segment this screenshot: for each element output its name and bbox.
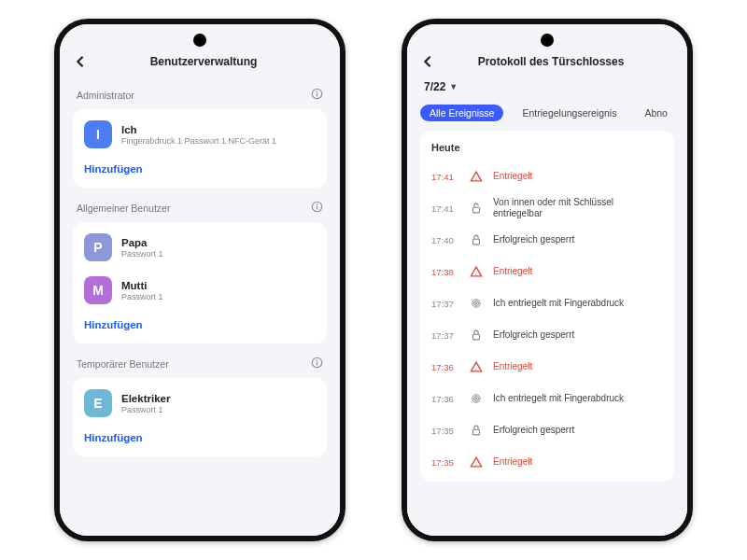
user-sub: Passwort 1 [121, 292, 163, 301]
log-text: Entriegelt [493, 456, 532, 468]
svg-rect-1 [317, 93, 317, 97]
unlock-icon [469, 202, 484, 215]
info-icon[interactable] [311, 357, 323, 371]
user-sub: Passwort 1 [121, 405, 170, 414]
stage: Benutzerverwaltung Administrator I Ich F… [0, 0, 747, 560]
chip-abnormal[interactable]: Abno [635, 105, 677, 121]
user-info: Ich Fingerabdruck 1 Passwort 1 NFC-Gerät… [121, 124, 276, 146]
svg-rect-4 [317, 206, 317, 210]
log-text: Erfolgreich gesperrt [493, 425, 574, 436]
warn-icon [469, 455, 484, 469]
finger-icon [469, 297, 484, 310]
svg-point-2 [317, 91, 317, 91]
log-text: Entriegelt [493, 361, 532, 372]
page-title: Benutzerverwaltung [80, 55, 327, 68]
log-row[interactable]: 17:40 Erfolgreich gesperrt [431, 224, 663, 256]
user-row[interactable]: I Ich Fingerabdruck 1 Passwort 1 NFC-Ger… [73, 113, 327, 156]
date-picker[interactable]: 7/22 ▼ [407, 77, 687, 101]
log-row[interactable]: 17:41 Von innen oder mit Schlüssel entri… [431, 192, 663, 224]
chip-unlock-events[interactable]: Entriegelungsereignis [513, 105, 626, 121]
svg-point-17 [475, 302, 477, 304]
log-time: 17:41 [431, 203, 459, 214]
section-label-text: Allgemeiner Benutzer [77, 203, 170, 214]
section-label-text: Temporärer Benutzer [77, 358, 169, 370]
svg-point-26 [475, 465, 476, 466]
svg-point-8 [317, 359, 317, 360]
info-icon[interactable] [311, 201, 323, 215]
svg-point-20 [475, 370, 476, 371]
svg-point-22 [474, 397, 479, 401]
user-row[interactable]: M Mutti Passwort 1 [73, 269, 327, 312]
avatar: E [84, 389, 112, 417]
log-row[interactable]: 17:35 Entriegelt [431, 446, 663, 478]
app-header: Protokoll des Türschlosses [407, 50, 687, 77]
log-card: Heute 17:41 Entriegelt17:41 Von innen od… [420, 131, 674, 482]
log-text: Erfolgreich gesperrt [493, 234, 574, 245]
app-header: Benutzerverwaltung [60, 50, 340, 77]
date-value: 7/22 [424, 80, 445, 93]
camera-notch [193, 34, 206, 47]
log-time: 17:38 [431, 267, 459, 277]
log-time: 17:36 [431, 362, 459, 372]
log-row[interactable]: 17:36 Entriegelt [431, 351, 663, 383]
svg-rect-11 [473, 207, 480, 213]
user-row[interactable]: P Papa Passwort 1 [73, 226, 327, 269]
user-info: Mutti Passwort 1 [121, 280, 163, 301]
svg-point-16 [474, 301, 479, 306]
warn-icon [469, 170, 484, 183]
camera-notch [541, 34, 554, 47]
log-row[interactable]: 17:35 Erfolgreich gesperrt [431, 414, 663, 446]
avatar: P [84, 233, 112, 261]
user-row[interactable]: E Elektriker Passwort 1 [73, 382, 327, 425]
svg-rect-12 [473, 239, 480, 245]
user-name: Elektriker [121, 393, 170, 404]
screen: Protokoll des Türschlosses 7/22 ▼ Alle E… [407, 24, 687, 536]
section-label-admin: Administrator [60, 77, 340, 107]
log-row[interactable]: 17:36 Ich entriegelt mit Fingerabdruck [431, 383, 663, 414]
svg-point-5 [317, 203, 317, 204]
add-user-button[interactable]: Hinzufügen [73, 156, 327, 184]
info-icon[interactable] [311, 88, 323, 102]
section-label-general: Allgemeiner Benutzer [60, 189, 340, 220]
finger-icon [469, 392, 484, 405]
log-rows: 17:41 Entriegelt17:41 Von innen oder mit… [431, 161, 663, 478]
svg-point-15 [472, 300, 480, 307]
log-time: 17:36 [431, 394, 459, 404]
section-label-temp: Temporärer Benutzer [60, 345, 340, 376]
log-text: Von innen oder mit Schlüssel entriegelba… [493, 197, 663, 219]
add-user-button[interactable]: Hinzufügen [73, 425, 327, 453]
add-user-button[interactable]: Hinzufügen [73, 312, 327, 340]
lock-icon [469, 329, 484, 342]
user-info: Papa Passwort 1 [121, 237, 163, 259]
temp-card: E Elektriker Passwort 1 Hinzufügen [73, 378, 327, 456]
user-name: Mutti [121, 280, 163, 291]
log-row[interactable]: 17:37 Ich entriegelt mit Fingerabdruck [431, 287, 663, 319]
log-day-label: Heute [431, 140, 663, 161]
user-sub: Fingerabdruck 1 Passwort 1 NFC-Gerät 1 [121, 136, 276, 146]
section-label-text: Administrator [77, 90, 134, 101]
avatar: M [84, 276, 112, 304]
lock-icon [469, 233, 484, 246]
log-text: Entriegelt [493, 266, 532, 277]
log-time: 17:35 [431, 426, 459, 436]
log-row[interactable]: 17:41 Entriegelt [431, 161, 663, 192]
warn-icon [469, 360, 484, 373]
general-card: P Papa Passwort 1 M Mutti Passwort 1 Hin… [73, 222, 327, 343]
chip-all-events[interactable]: Alle Ereignisse [420, 105, 503, 121]
warn-icon [469, 265, 484, 278]
user-name: Ich [121, 124, 276, 135]
page-title: Protokoll des Türschlosses [428, 55, 674, 68]
svg-point-14 [475, 274, 476, 275]
user-info: Elektriker Passwort 1 [121, 393, 170, 414]
lock-icon [469, 424, 484, 437]
log-row[interactable]: 17:38 Entriegelt [431, 256, 663, 287]
svg-rect-24 [473, 429, 480, 435]
chevron-down-icon: ▼ [449, 82, 458, 91]
admin-card: I Ich Fingerabdruck 1 Passwort 1 NFC-Ger… [73, 109, 327, 188]
user-sub: Passwort 1 [121, 249, 163, 259]
log-row[interactable]: 17:37 Erfolgreich gesperrt [431, 319, 663, 351]
log-text: Ich entriegelt mit Fingerabdruck [493, 393, 624, 404]
screen: Benutzerverwaltung Administrator I Ich F… [60, 24, 340, 536]
log-text: Entriegelt [493, 171, 532, 182]
log-time: 17:40 [431, 235, 459, 245]
